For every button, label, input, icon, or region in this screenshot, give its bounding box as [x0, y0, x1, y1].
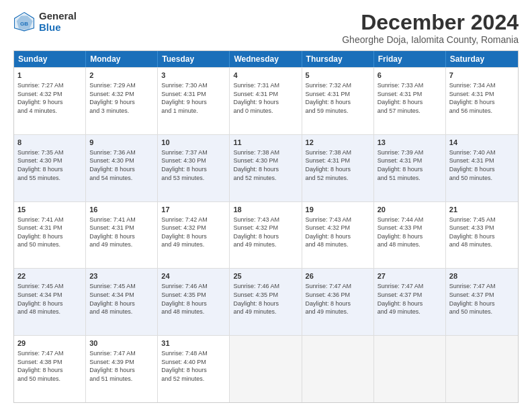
- day-number-3-0: 22: [17, 271, 82, 281]
- day-info-1-5: Sunrise: 7:39 AM Sunset: 4:31 PM Dayligh…: [378, 148, 442, 182]
- day-cell-1-5: 13Sunrise: 7:39 AM Sunset: 4:31 PM Dayli…: [374, 135, 446, 201]
- day-number-1-1: 9: [89, 138, 154, 148]
- day-number-2-6: 21: [449, 205, 515, 215]
- day-cell-3-2: 24Sunrise: 7:46 AM Sunset: 4:35 PM Dayli…: [158, 269, 230, 335]
- header-tuesday: Tuesday: [158, 51, 230, 67]
- day-cell-3-0: 22Sunrise: 7:45 AM Sunset: 4:34 PM Dayli…: [14, 269, 86, 335]
- day-number-3-2: 24: [161, 271, 226, 281]
- day-number-2-2: 17: [161, 205, 226, 215]
- day-number-0-5: 6: [378, 71, 442, 81]
- day-cell-2-6: 21Sunrise: 7:45 AM Sunset: 4:33 PM Dayli…: [446, 202, 518, 269]
- day-cell-4-2: 31Sunrise: 7:48 AM Sunset: 4:40 PM Dayli…: [158, 336, 230, 402]
- day-number-0-1: 2: [89, 71, 154, 81]
- day-info-4-1: Sunrise: 7:47 AM Sunset: 4:39 PM Dayligh…: [89, 349, 154, 383]
- week-row-1: 8Sunrise: 7:35 AM Sunset: 4:30 PM Daylig…: [14, 134, 518, 201]
- day-info-1-0: Sunrise: 7:35 AM Sunset: 4:30 PM Dayligh…: [17, 148, 82, 182]
- day-number-0-3: 4: [233, 71, 298, 81]
- week-row-2: 15Sunrise: 7:41 AM Sunset: 4:31 PM Dayli…: [14, 201, 518, 269]
- day-info-3-5: Sunrise: 7:47 AM Sunset: 4:37 PM Dayligh…: [378, 282, 442, 316]
- day-cell-1-1: 9Sunrise: 7:36 AM Sunset: 4:30 PM Daylig…: [86, 135, 158, 201]
- day-info-2-2: Sunrise: 7:42 AM Sunset: 4:32 PM Dayligh…: [161, 216, 226, 249]
- day-number-1-4: 12: [306, 138, 370, 148]
- day-number-0-6: 7: [449, 71, 515, 81]
- calendar-body: 1Sunrise: 7:27 AM Sunset: 4:32 PM Daylig…: [14, 67, 518, 402]
- day-number-0-4: 5: [306, 71, 370, 81]
- day-number-1-3: 11: [233, 138, 298, 148]
- day-cell-4-6: [446, 336, 518, 402]
- day-cell-4-1: 30Sunrise: 7:47 AM Sunset: 4:39 PM Dayli…: [86, 336, 158, 402]
- day-info-0-5: Sunrise: 7:33 AM Sunset: 4:31 PM Dayligh…: [378, 81, 442, 115]
- calendar: Sunday Monday Tuesday Wednesday Thursday…: [13, 50, 519, 403]
- logo-general: General: [39, 11, 77, 22]
- logo: GB General Blue: [13, 11, 77, 33]
- day-info-0-2: Sunrise: 7:30 AM Sunset: 4:31 PM Dayligh…: [161, 81, 226, 115]
- day-info-3-1: Sunrise: 7:45 AM Sunset: 4:34 PM Dayligh…: [89, 282, 154, 316]
- header-saturday: Saturday: [446, 51, 518, 67]
- week-row-0: 1Sunrise: 7:27 AM Sunset: 4:32 PM Daylig…: [14, 67, 518, 134]
- day-info-0-3: Sunrise: 7:31 AM Sunset: 4:31 PM Dayligh…: [233, 81, 298, 115]
- day-cell-1-6: 14Sunrise: 7:40 AM Sunset: 4:31 PM Dayli…: [446, 135, 518, 201]
- title-block: December 2024 Gheorghe Doja, Ialomita Co…: [342, 11, 519, 45]
- day-info-3-6: Sunrise: 7:47 AM Sunset: 4:37 PM Dayligh…: [449, 282, 515, 316]
- day-cell-1-3: 11Sunrise: 7:38 AM Sunset: 4:30 PM Dayli…: [230, 135, 302, 201]
- day-info-1-3: Sunrise: 7:38 AM Sunset: 4:30 PM Dayligh…: [233, 148, 298, 182]
- day-cell-1-4: 12Sunrise: 7:38 AM Sunset: 4:31 PM Dayli…: [302, 135, 374, 201]
- day-cell-3-5: 27Sunrise: 7:47 AM Sunset: 4:37 PM Dayli…: [374, 269, 446, 335]
- day-info-3-4: Sunrise: 7:47 AM Sunset: 4:36 PM Dayligh…: [306, 282, 370, 316]
- day-cell-0-4: 5Sunrise: 7:32 AM Sunset: 4:31 PM Daylig…: [302, 68, 374, 134]
- day-info-4-2: Sunrise: 7:48 AM Sunset: 4:40 PM Dayligh…: [161, 349, 226, 383]
- calendar-header-row: Sunday Monday Tuesday Wednesday Thursday…: [14, 51, 518, 67]
- day-info-0-4: Sunrise: 7:32 AM Sunset: 4:31 PM Dayligh…: [306, 81, 370, 115]
- day-cell-0-5: 6Sunrise: 7:33 AM Sunset: 4:31 PM Daylig…: [374, 68, 446, 134]
- header-sunday: Sunday: [14, 51, 86, 67]
- day-info-3-0: Sunrise: 7:45 AM Sunset: 4:34 PM Dayligh…: [17, 282, 82, 316]
- day-cell-3-3: 25Sunrise: 7:46 AM Sunset: 4:35 PM Dayli…: [230, 269, 302, 335]
- day-info-4-0: Sunrise: 7:47 AM Sunset: 4:38 PM Dayligh…: [17, 349, 82, 383]
- day-number-3-1: 23: [89, 271, 154, 281]
- day-number-4-0: 29: [17, 338, 82, 349]
- day-number-2-3: 18: [233, 205, 298, 215]
- header-thursday: Thursday: [302, 51, 374, 67]
- day-number-1-0: 8: [17, 138, 82, 148]
- day-number-3-3: 25: [233, 271, 298, 281]
- day-info-2-1: Sunrise: 7:41 AM Sunset: 4:31 PM Dayligh…: [89, 216, 154, 249]
- svg-text:GB: GB: [20, 20, 28, 26]
- day-number-2-4: 19: [306, 205, 370, 215]
- day-cell-1-2: 10Sunrise: 7:37 AM Sunset: 4:30 PM Dayli…: [158, 135, 230, 201]
- day-cell-3-6: 28Sunrise: 7:47 AM Sunset: 4:37 PM Dayli…: [446, 269, 518, 335]
- logo-text: General Blue: [39, 11, 77, 33]
- day-info-1-4: Sunrise: 7:38 AM Sunset: 4:31 PM Dayligh…: [306, 148, 370, 182]
- day-number-1-6: 14: [449, 138, 515, 148]
- day-cell-2-3: 18Sunrise: 7:43 AM Sunset: 4:32 PM Dayli…: [230, 202, 302, 269]
- day-info-3-2: Sunrise: 7:46 AM Sunset: 4:35 PM Dayligh…: [161, 282, 226, 316]
- logo-blue: Blue: [39, 22, 77, 34]
- day-cell-3-4: 26Sunrise: 7:47 AM Sunset: 4:36 PM Dayli…: [302, 269, 374, 335]
- month-title: December 2024: [342, 11, 519, 34]
- day-info-1-2: Sunrise: 7:37 AM Sunset: 4:30 PM Dayligh…: [161, 148, 226, 182]
- day-number-4-2: 31: [161, 338, 226, 349]
- day-number-0-0: 1: [17, 71, 82, 81]
- day-number-0-2: 3: [161, 71, 226, 81]
- day-cell-1-0: 8Sunrise: 7:35 AM Sunset: 4:30 PM Daylig…: [14, 135, 86, 201]
- day-number-3-6: 28: [449, 271, 515, 281]
- day-info-0-6: Sunrise: 7:34 AM Sunset: 4:31 PM Dayligh…: [449, 81, 515, 115]
- day-info-2-6: Sunrise: 7:45 AM Sunset: 4:33 PM Dayligh…: [449, 216, 515, 249]
- day-cell-4-0: 29Sunrise: 7:47 AM Sunset: 4:38 PM Dayli…: [14, 336, 86, 402]
- day-cell-2-0: 15Sunrise: 7:41 AM Sunset: 4:31 PM Dayli…: [14, 202, 86, 269]
- day-info-2-3: Sunrise: 7:43 AM Sunset: 4:32 PM Dayligh…: [233, 216, 298, 249]
- day-cell-0-2: 3Sunrise: 7:30 AM Sunset: 4:31 PM Daylig…: [158, 68, 230, 134]
- day-info-1-6: Sunrise: 7:40 AM Sunset: 4:31 PM Dayligh…: [449, 148, 515, 182]
- week-row-4: 29Sunrise: 7:47 AM Sunset: 4:38 PM Dayli…: [14, 335, 518, 402]
- day-number-1-2: 10: [161, 138, 226, 148]
- week-row-3: 22Sunrise: 7:45 AM Sunset: 4:34 PM Dayli…: [14, 268, 518, 335]
- day-info-2-0: Sunrise: 7:41 AM Sunset: 4:31 PM Dayligh…: [17, 216, 82, 249]
- day-cell-0-3: 4Sunrise: 7:31 AM Sunset: 4:31 PM Daylig…: [230, 68, 302, 134]
- day-cell-2-5: 20Sunrise: 7:44 AM Sunset: 4:33 PM Dayli…: [374, 202, 446, 269]
- location-title: Gheorghe Doja, Ialomita County, Romania: [342, 34, 519, 45]
- day-cell-0-0: 1Sunrise: 7:27 AM Sunset: 4:32 PM Daylig…: [14, 68, 86, 134]
- calendar-page: GB General Blue December 2024 Gheorghe D…: [0, 0, 532, 411]
- day-info-0-1: Sunrise: 7:29 AM Sunset: 4:32 PM Dayligh…: [89, 81, 154, 115]
- day-number-3-4: 26: [306, 271, 370, 281]
- day-cell-0-6: 7Sunrise: 7:34 AM Sunset: 4:31 PM Daylig…: [446, 68, 518, 134]
- day-cell-2-4: 19Sunrise: 7:43 AM Sunset: 4:32 PM Dayli…: [302, 202, 374, 269]
